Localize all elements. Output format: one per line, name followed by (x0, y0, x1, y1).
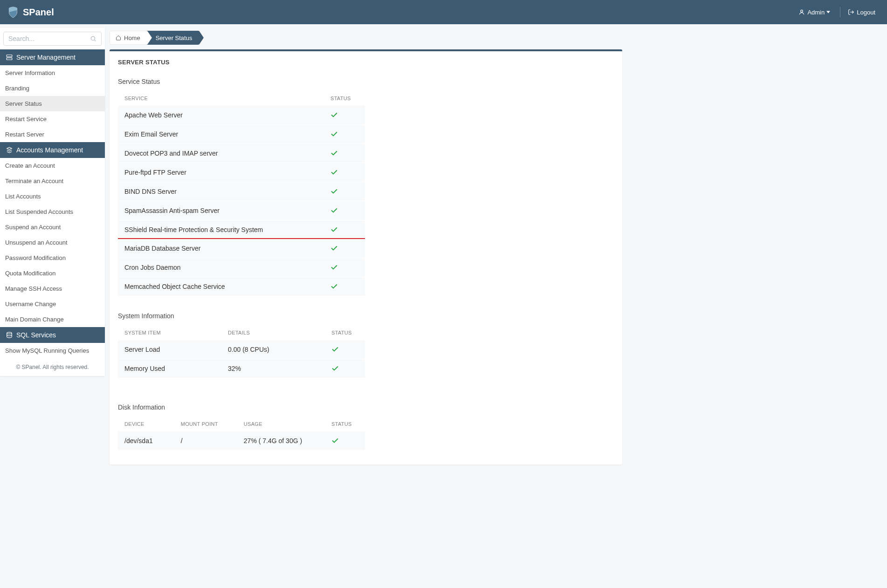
table-row: Memcached Object Cache Service (118, 277, 365, 296)
svg-point-0 (801, 10, 803, 12)
nav-item[interactable]: Server Information (0, 65, 105, 81)
service-name: SpamAssassin Anti-spam Server (124, 207, 330, 214)
nav-item[interactable]: Create an Account (0, 158, 105, 173)
search-input[interactable] (8, 35, 90, 42)
topbar: SPanel Admin Logout (0, 0, 887, 24)
table-row: Exim Email Server (118, 125, 365, 144)
table-row: Memory Used32% (118, 359, 365, 378)
nav-item[interactable]: Username Change (0, 296, 105, 312)
service-status-table: SERVICE STATUS Apache Web ServerExim Ema… (118, 91, 365, 296)
status-icon (330, 188, 358, 195)
table-row: /dev/sda1/27% ( 7.4G of 30G ) (118, 431, 365, 451)
nav-item[interactable]: List Accounts (0, 189, 105, 204)
status-icon (330, 130, 358, 138)
nav-item[interactable]: Manage SSH Access (0, 281, 105, 296)
nav-item[interactable]: Restart Server (0, 127, 105, 142)
breadcrumb-current: Server Status (147, 31, 199, 45)
table-row: Cron Jobs Daemon (118, 258, 365, 277)
logo-icon (7, 6, 19, 18)
nav-item[interactable]: List Suspended Accounts (0, 204, 105, 219)
col-device: DEVICE (124, 421, 181, 427)
logout-label: Logout (857, 9, 875, 16)
section-accounts-management[interactable]: Accounts Management (0, 142, 105, 158)
nav-item[interactable]: Suspend an Account (0, 219, 105, 235)
nav-item[interactable]: Show MySQL Running Queries (0, 343, 105, 358)
col-status: STATUS (331, 330, 358, 335)
status-icon (330, 111, 358, 119)
logout-icon (848, 9, 854, 15)
nav-item[interactable]: Password Modification (0, 250, 105, 266)
nav-item[interactable]: Server Status (0, 96, 105, 111)
service-name: Dovecot POP3 and IMAP server (124, 150, 330, 157)
accounts-icon (6, 147, 13, 153)
service-name: Cron Jobs Daemon (124, 264, 330, 271)
admin-label: Admin (807, 9, 825, 16)
logout-link[interactable]: Logout (843, 6, 880, 19)
svg-line-3 (95, 40, 96, 41)
service-name: Memcached Object Cache Service (124, 283, 330, 290)
status-icon (330, 264, 358, 271)
chevron-down-icon (826, 10, 830, 14)
table-row: SShield Real-time Protection & Security … (118, 220, 365, 239)
search-box[interactable] (3, 32, 102, 46)
system-details: 0.00 (8 CPUs) (228, 346, 331, 353)
nav-item[interactable]: Unsuspend an Account (0, 235, 105, 250)
status-icon (330, 245, 358, 252)
user-icon (798, 9, 805, 15)
col-status: STATUS (331, 421, 358, 427)
system-info-table: SYSTEM ITEM DETAILS STATUS Server Load0.… (118, 325, 365, 378)
svg-point-8 (7, 332, 12, 334)
section-label: SQL Services (16, 331, 56, 339)
logo-text: SPanel (23, 7, 54, 18)
system-item: Memory Used (124, 365, 228, 372)
nav-item[interactable]: Restart Service (0, 111, 105, 127)
col-system-item: SYSTEM ITEM (124, 330, 228, 335)
svg-point-2 (91, 36, 95, 40)
table-row: Apache Web Server (118, 106, 365, 125)
disk-info-label: Disk Information (110, 396, 622, 417)
system-info-label: System Information (110, 305, 622, 325)
status-icon (331, 437, 358, 444)
nav-item[interactable]: Quota Modification (0, 266, 105, 281)
breadcrumbs: Home Server Status (110, 31, 622, 45)
svg-rect-4 (7, 55, 12, 57)
table-row: Pure-ftpd FTP Server (118, 163, 365, 182)
nav-item[interactable]: Terminate an Account (0, 173, 105, 189)
database-icon (6, 332, 13, 338)
table-row: Server Load0.00 (8 CPUs) (118, 340, 365, 359)
section-label: Accounts Management (16, 146, 83, 154)
nav-item[interactable]: Main Domain Change (0, 312, 105, 327)
table-row: BIND DNS Server (118, 182, 365, 201)
sidebar: Server Management Server InformationBran… (0, 28, 105, 376)
system-item: Server Load (124, 346, 228, 353)
status-icon (330, 283, 358, 290)
sidebar-footer: © SPanel. All rights reserved. (0, 358, 105, 376)
status-icon (331, 346, 358, 353)
breadcrumb-home[interactable]: Home (110, 31, 147, 45)
disk-device: /dev/sda1 (124, 437, 181, 444)
service-name: BIND DNS Server (124, 188, 330, 195)
content-card: SERVER STATUS Service Status SERVICE STA… (110, 49, 622, 465)
col-usage: USAGE (244, 421, 331, 427)
disk-info-table: DEVICE MOUNT POINT USAGE STATUS /dev/sda… (118, 417, 365, 451)
service-name: MariaDB Database Server (124, 245, 330, 252)
section-label: Server Management (16, 54, 76, 61)
disk-usage: 27% ( 7.4G of 30G ) (244, 437, 331, 444)
section-sql-services[interactable]: SQL Services (0, 327, 105, 343)
status-icon (330, 207, 358, 214)
server-icon (6, 54, 13, 61)
breadcrumb-current-label: Server Status (156, 34, 193, 41)
admin-menu[interactable]: Admin (794, 6, 837, 19)
main: Home Server Status SERVER STATUS Service… (105, 24, 627, 474)
system-details: 32% (228, 365, 331, 372)
page-title: SERVER STATUS (110, 51, 622, 70)
table-row: Dovecot POP3 and IMAP server (118, 144, 365, 163)
section-server-management[interactable]: Server Management (0, 49, 105, 65)
search-icon (90, 35, 96, 42)
service-name: SShield Real-time Protection & Security … (124, 226, 330, 233)
nav-item[interactable]: Branding (0, 81, 105, 96)
logo[interactable]: SPanel (7, 6, 54, 18)
status-icon (330, 226, 358, 233)
table-row: SpamAssassin Anti-spam Server (118, 201, 365, 220)
svg-rect-5 (7, 58, 12, 60)
